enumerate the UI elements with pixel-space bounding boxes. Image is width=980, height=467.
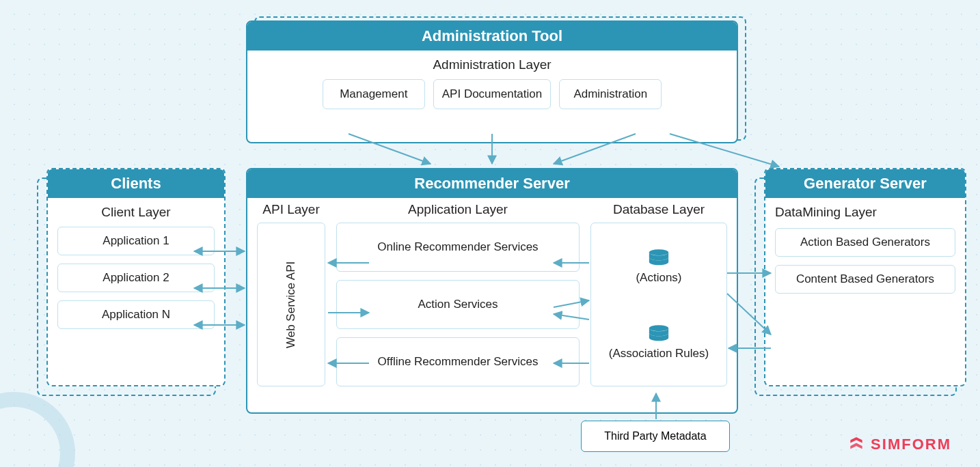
api-layer-col: API Layer Web Service API: [257, 198, 325, 386]
db-actions-label: (Actions): [636, 271, 681, 285]
brand-logo-icon: [847, 436, 865, 453]
client-app-2: Application 2: [57, 264, 215, 292]
application-layer-col: Application Layer Online Recommender Ser…: [336, 198, 580, 386]
db-association-rules: (Association Rules): [609, 324, 709, 360]
admin-item-administration: Administration: [559, 79, 662, 109]
database-box: (Actions) (Association Rules): [590, 223, 727, 386]
third-party-metadata-box: Third Party Metadata: [581, 421, 730, 452]
clients-title: Clients: [48, 169, 224, 198]
clients-layer-label: Client Layer: [48, 198, 224, 223]
database-icon: [647, 324, 670, 343]
admin-item-api-docs: API Documentation: [433, 79, 551, 109]
db-layer-label: Database Layer: [590, 198, 727, 223]
web-service-api-box: Web Service API: [257, 223, 325, 386]
app-offline-recommender: Offline Recommender Services: [336, 337, 580, 386]
admin-item-management: Management: [323, 79, 425, 109]
client-app-n: Application N: [57, 300, 215, 329]
brand-logo: SIMFORM: [847, 436, 951, 453]
admin-title: Administration Tool: [247, 22, 737, 51]
admin-layer-label: Administration Layer: [247, 51, 737, 75]
app-layer-label: Application Layer: [336, 198, 580, 223]
svg-point-0: [649, 249, 668, 255]
gen-content-based: Content Based Generators: [775, 265, 955, 294]
svg-point-1: [649, 325, 668, 331]
admin-panel: Administration Tool Administration Layer…: [246, 20, 738, 143]
db-actions: (Actions): [636, 249, 681, 284]
recommender-panel: Recommender Server API Layer Web Service…: [246, 168, 738, 414]
generator-layer-label: DataMining Layer: [765, 198, 965, 224]
gen-action-based: Action Based Generators: [775, 228, 955, 257]
recommender-title: Recommender Server: [247, 169, 737, 198]
client-app-1: Application 1: [57, 227, 215, 255]
database-layer-col: Database Layer (Actions) (Association Ru…: [590, 198, 727, 386]
database-icon: [647, 249, 670, 268]
app-action-services: Action Services: [336, 280, 580, 329]
generator-title: Generator Server: [765, 169, 965, 198]
third-party-label: Third Party Metadata: [604, 430, 706, 442]
app-online-recommender: Online Recommender Services: [336, 223, 580, 272]
db-assoc-label: (Association Rules): [609, 347, 709, 360]
brand-text: SIMFORM: [871, 436, 951, 453]
clients-panel: Clients Client Layer Application 1 Appli…: [46, 168, 226, 386]
api-layer-label: API Layer: [257, 198, 325, 223]
generator-panel: Generator Server DataMining Layer Action…: [764, 168, 966, 386]
